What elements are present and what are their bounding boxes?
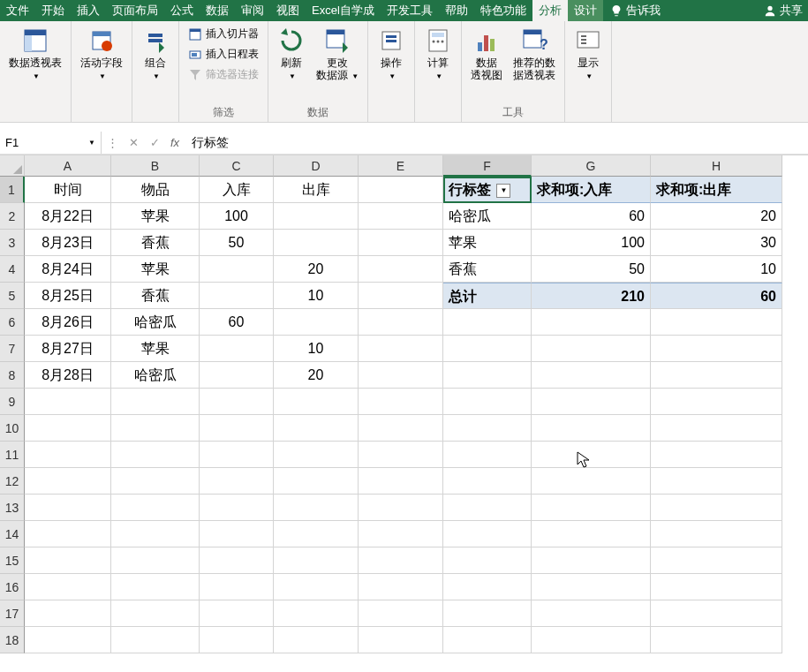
cell-F10[interactable] — [443, 415, 532, 442]
row-header-12[interactable]: 12 — [0, 468, 25, 495]
cell-H6[interactable] — [651, 309, 782, 336]
tab-insert[interactable]: 插入 — [71, 0, 106, 21]
col-header-E[interactable]: E — [359, 155, 443, 177]
cell-B18[interactable] — [111, 627, 200, 653]
cell-E3[interactable] — [359, 230, 443, 256]
row-header-7[interactable]: 7 — [0, 336, 25, 362]
cell-F2[interactable]: 哈密瓜 — [443, 203, 532, 230]
cell-E16[interactable] — [359, 574, 443, 600]
cell-B11[interactable] — [111, 442, 200, 468]
cell-G9[interactable] — [532, 389, 651, 415]
cell-A6[interactable]: 8月26日 — [25, 309, 111, 336]
cell-G8[interactable] — [532, 362, 651, 389]
name-box-input[interactable] — [5, 136, 78, 149]
tab-data[interactable]: 数据 — [200, 0, 235, 21]
row-header-6[interactable]: 6 — [0, 309, 25, 336]
cell-E7[interactable] — [359, 336, 443, 362]
cell-E18[interactable] — [359, 627, 443, 653]
row-header-17[interactable]: 17 — [0, 600, 25, 627]
cell-A16[interactable] — [25, 574, 111, 600]
cell-B10[interactable] — [111, 415, 200, 442]
cell-H17[interactable] — [651, 600, 782, 627]
insert-timeline-button[interactable]: 插入日程表 — [185, 45, 262, 64]
cell-C12[interactable] — [200, 468, 274, 495]
col-header-C[interactable]: C — [200, 155, 274, 177]
cell-B17[interactable] — [111, 600, 200, 627]
cell-C2[interactable]: 100 — [200, 203, 274, 230]
cell-D13[interactable] — [274, 495, 359, 521]
cell-C7[interactable] — [200, 336, 274, 362]
cell-H14[interactable] — [651, 521, 782, 547]
cell-D7[interactable]: 10 — [274, 336, 359, 362]
cell-F8[interactable] — [443, 362, 532, 389]
tab-review[interactable]: 审阅 — [235, 0, 270, 21]
row-header-9[interactable]: 9 — [0, 389, 25, 415]
cell-C1[interactable]: 入库 — [200, 177, 274, 203]
cell-H10[interactable] — [651, 415, 782, 442]
row-header-2[interactable]: 2 — [0, 203, 25, 230]
cell-B2[interactable]: 苹果 — [111, 203, 200, 230]
cell-D9[interactable] — [274, 389, 359, 415]
cell-B1[interactable]: 物品 — [111, 177, 200, 203]
cell-C8[interactable] — [200, 362, 274, 389]
cell-A1[interactable]: 时间 — [25, 177, 111, 203]
cell-F9[interactable] — [443, 389, 532, 415]
pivot-filter-button[interactable]: ▼ — [496, 184, 510, 198]
tab-page-layout[interactable]: 页面布局 — [106, 0, 164, 21]
tell-me-search[interactable]: 告诉我 — [603, 0, 668, 21]
tab-developer[interactable]: 开发工具 — [381, 0, 439, 21]
cell-E9[interactable] — [359, 389, 443, 415]
cell-E14[interactable] — [359, 521, 443, 547]
tab-formulas[interactable]: 公式 — [164, 0, 200, 21]
cell-G7[interactable] — [532, 336, 651, 362]
cell-H16[interactable] — [651, 574, 782, 600]
cell-A12[interactable] — [25, 468, 111, 495]
pivot-chart-button[interactable]: 数据 透视图 — [467, 25, 506, 84]
row-header-10[interactable]: 10 — [0, 415, 25, 442]
cell-G12[interactable] — [532, 468, 651, 495]
cell-A3[interactable]: 8月23日 — [25, 230, 111, 256]
cell-C6[interactable]: 60 — [200, 309, 274, 336]
row-header-14[interactable]: 14 — [0, 521, 25, 547]
cell-E12[interactable] — [359, 468, 443, 495]
cell-H7[interactable] — [651, 336, 782, 362]
select-all-corner[interactable] — [0, 155, 25, 177]
tab-help[interactable]: 帮助 — [439, 0, 474, 21]
cell-G5[interactable]: 210 — [532, 283, 651, 309]
cell-H1[interactable]: 求和项:出库 — [651, 177, 782, 203]
col-header-G[interactable]: G — [532, 155, 651, 177]
row-header-8[interactable]: 8 — [0, 362, 25, 389]
cell-E11[interactable] — [359, 442, 443, 468]
show-button[interactable]: 显示▼ — [570, 25, 606, 84]
cell-G4[interactable]: 50 — [532, 256, 651, 283]
cell-D2[interactable] — [274, 203, 359, 230]
cancel-formula-button[interactable]: ✕ — [123, 136, 144, 149]
cell-C14[interactable] — [200, 521, 274, 547]
row-header-13[interactable]: 13 — [0, 495, 25, 521]
tab-view[interactable]: 视图 — [270, 0, 306, 21]
cell-D11[interactable] — [274, 442, 359, 468]
tab-file[interactable]: 文件 — [0, 0, 35, 21]
row-header-15[interactable]: 15 — [0, 547, 25, 574]
cell-A2[interactable]: 8月22日 — [25, 203, 111, 230]
cell-C11[interactable] — [200, 442, 274, 468]
cell-H13[interactable] — [651, 495, 782, 521]
cell-D18[interactable] — [274, 627, 359, 653]
cell-C17[interactable] — [200, 600, 274, 627]
cell-D5[interactable]: 10 — [274, 283, 359, 309]
active-field-button[interactable]: 活动字段▼ — [77, 25, 126, 84]
cell-H3[interactable]: 30 — [651, 230, 782, 256]
insert-slicer-button[interactable]: 插入切片器 — [185, 25, 262, 43]
cell-C10[interactable] — [200, 415, 274, 442]
fx-icon[interactable]: fx — [165, 136, 185, 149]
cell-D8[interactable]: 20 — [274, 362, 359, 389]
cell-F15[interactable] — [443, 547, 532, 574]
calc-button[interactable]: 计算▼ — [420, 25, 456, 84]
cell-B13[interactable] — [111, 495, 200, 521]
cell-H8[interactable] — [651, 362, 782, 389]
cell-F3[interactable]: 苹果 — [443, 230, 532, 256]
cell-C5[interactable] — [200, 283, 274, 309]
formula-input[interactable] — [185, 136, 808, 150]
cell-G18[interactable] — [532, 627, 651, 653]
row-header-3[interactable]: 3 — [0, 230, 25, 256]
